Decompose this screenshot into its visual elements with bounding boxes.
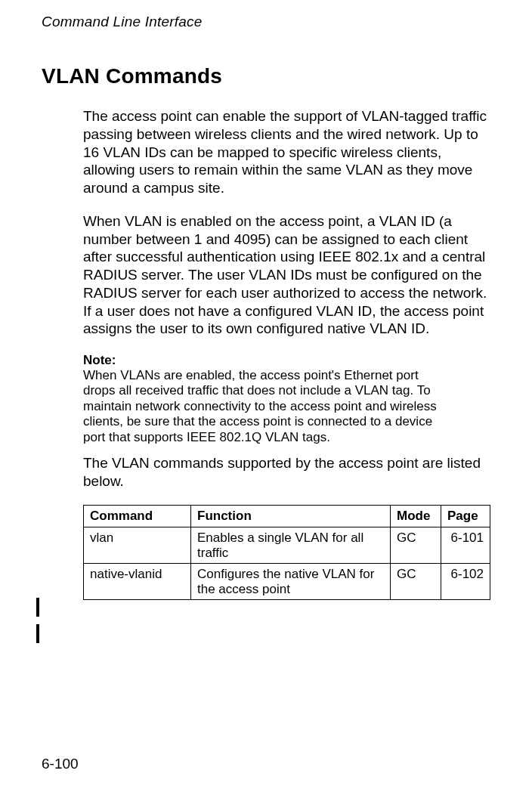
cell-command: native-vlanid [84, 564, 191, 600]
running-header: Command Line Interface [42, 14, 490, 30]
cell-mode: GC [391, 527, 441, 564]
body-content: The access point can enable the support … [83, 107, 490, 600]
vlan-commands-table: Command Function Mode Page vlan Enables … [83, 505, 490, 600]
table-row: vlan Enables a single VLAN for all traff… [84, 527, 490, 564]
intro-paragraph-2: When VLAN is enabled on the access point… [83, 212, 490, 338]
cell-function: Enables a single VLAN for all traffic [191, 527, 391, 564]
intro-paragraph-1: The access point can enable the support … [83, 107, 490, 197]
table-header-row: Command Function Mode Page [84, 506, 490, 527]
note-text: When VLANs are enabled, the access point… [83, 368, 451, 445]
revision-bar-icon [36, 624, 39, 643]
revision-bar-icon [36, 598, 39, 617]
cell-page: 6-102 [441, 564, 490, 600]
cell-mode: GC [391, 564, 441, 600]
col-header-mode: Mode [391, 506, 441, 527]
cell-function: Configures the native VLAN for the acces… [191, 564, 391, 600]
document-page: Command Line Interface VLAN Commands The… [0, 0, 532, 795]
note-block: Note: When VLANs are enabled, the access… [83, 353, 490, 445]
cell-command: vlan [84, 527, 191, 564]
table-row: native-vlanid Configures the native VLAN… [84, 564, 490, 600]
col-header-function: Function [191, 506, 391, 527]
page-number: 6-100 [42, 756, 79, 772]
cell-page: 6-101 [441, 527, 490, 564]
section-title: VLAN Commands [42, 64, 490, 88]
col-header-page: Page [441, 506, 490, 527]
table-intro-paragraph: The VLAN commands supported by the acces… [83, 454, 490, 490]
col-header-command: Command [84, 506, 191, 527]
note-label: Note: [83, 353, 119, 368]
